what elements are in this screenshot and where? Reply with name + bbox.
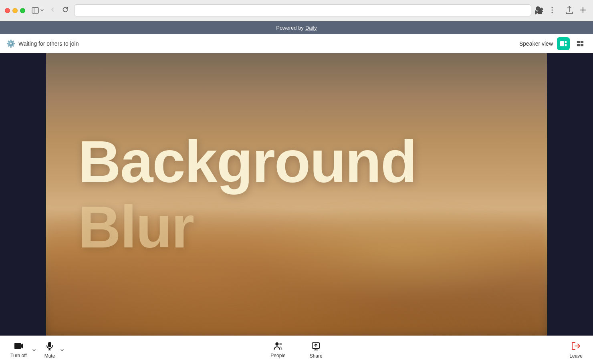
url-bar[interactable] [74, 4, 531, 16]
svg-rect-8 [577, 41, 580, 43]
svg-rect-10 [577, 44, 580, 46]
side-panel-left [0, 53, 46, 336]
more-options-button[interactable] [547, 4, 558, 17]
leave-icon [571, 342, 581, 352]
chevron-down-icon [40, 8, 44, 13]
camera-button-group: Turn off [6, 340, 37, 361]
main-area: Background Blur [0, 53, 593, 336]
settings-icon[interactable]: ⚙️ [6, 39, 15, 48]
powered-by-bar: Powered by Daily [0, 21, 593, 34]
mic-icon [46, 342, 53, 352]
leave-button[interactable]: Leave [565, 339, 587, 361]
close-button[interactable] [5, 8, 10, 13]
camera-icon [14, 342, 23, 351]
sidebar-icon [32, 7, 39, 14]
people-button[interactable]: People [266, 340, 289, 361]
share-icon [312, 342, 321, 352]
toolbar-center: People Share [266, 339, 326, 361]
svg-rect-12 [48, 342, 51, 347]
leave-label: Leave [569, 353, 583, 359]
svg-rect-7 [565, 44, 567, 46]
share-browser-button[interactable] [564, 4, 575, 17]
browser-titlebar: 🎥 [0, 0, 593, 21]
svg-point-4 [552, 12, 553, 13]
daily-link[interactable]: Daily [305, 25, 317, 31]
header-right: Speaker view [519, 37, 587, 50]
background-text: Background [78, 129, 416, 195]
blur-text: Blur [78, 195, 416, 260]
camera-chevron-button[interactable] [31, 341, 37, 360]
mute-label: Mute [44, 353, 55, 359]
traffic-lights [5, 8, 25, 13]
svg-point-16 [279, 343, 282, 345]
svg-point-15 [275, 342, 278, 346]
share-button[interactable]: Share [306, 339, 327, 361]
mic-chevron-button[interactable] [59, 341, 65, 360]
waiting-text: Waiting for others to join [18, 40, 79, 47]
maximize-button[interactable] [20, 8, 25, 13]
svg-rect-9 [581, 41, 583, 43]
grid-view-button[interactable] [574, 37, 587, 50]
header-left: ⚙️ Waiting for others to join [6, 39, 79, 48]
toolbar-right: Leave [565, 339, 587, 361]
video-container: Background Blur [46, 53, 547, 336]
reload-button[interactable] [60, 5, 71, 16]
browser-chrome: 🎥 [0, 0, 593, 21]
camera-indicator: 🎥 [535, 6, 543, 15]
video-background: Background Blur [46, 53, 547, 336]
speaker-view-label: Speaker view [519, 40, 553, 47]
nav-buttons [47, 5, 71, 16]
turn-off-label: Turn off [10, 353, 27, 358]
powered-by-text: Powered by [276, 25, 304, 31]
svg-rect-11 [581, 44, 583, 46]
people-label: People [270, 353, 285, 358]
svg-rect-6 [565, 41, 567, 43]
minimize-button[interactable] [12, 8, 18, 13]
people-icon [274, 342, 282, 351]
toolbar-left: Turn off Mute [6, 339, 65, 361]
svg-rect-0 [32, 8, 38, 13]
share-label: Share [310, 353, 323, 359]
svg-rect-5 [560, 41, 564, 46]
back-button[interactable] [47, 5, 58, 16]
new-tab-button[interactable] [578, 4, 588, 17]
mic-button-group: Mute [40, 339, 66, 361]
svg-point-2 [552, 7, 553, 8]
sidebar-toggle[interactable] [32, 7, 44, 14]
svg-point-3 [552, 9, 553, 10]
mute-button[interactable]: Mute [40, 339, 59, 361]
side-panel-right [547, 53, 593, 336]
bottom-toolbar: Turn off Mute [0, 336, 593, 364]
speaker-view-button[interactable] [557, 37, 570, 50]
video-text: Background Blur [78, 129, 416, 260]
browser-actions: 🎥 [535, 4, 558, 17]
camera-button[interactable]: Turn off [6, 340, 31, 361]
app-header: ⚙️ Waiting for others to join Speaker vi… [0, 34, 593, 53]
